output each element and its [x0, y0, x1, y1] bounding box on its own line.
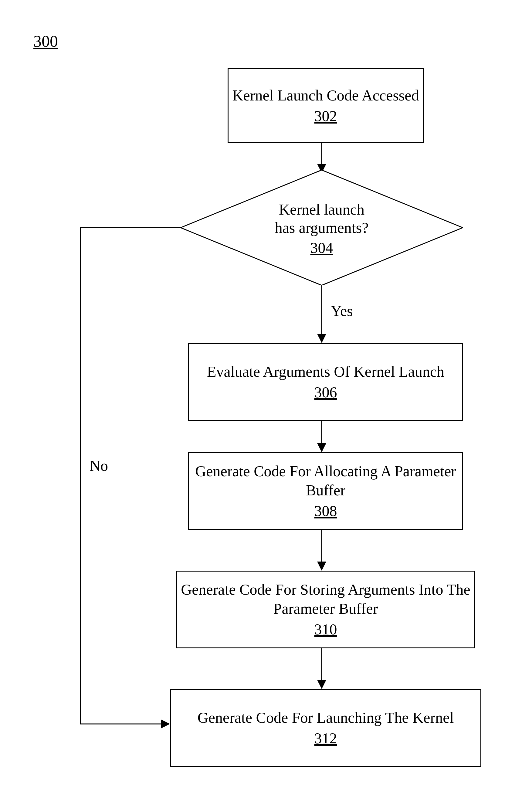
svg-marker-3 [317, 334, 326, 343]
step-310-text: Generate Code For Storing Arguments Into… [180, 580, 471, 618]
svg-marker-5 [317, 443, 326, 452]
label-no: No [90, 457, 108, 474]
step-310: Generate Code For Storing Arguments Into… [176, 571, 475, 648]
step-302-ref: 302 [315, 107, 337, 126]
label-yes: Yes [331, 302, 353, 320]
svg-marker-9 [317, 680, 326, 689]
decision-304-line1: Kernel launch [243, 200, 401, 218]
step-312-text: Generate Code For Launching The Kernel [197, 708, 454, 727]
step-302: Kernel Launch Code Accessed 302 [228, 68, 424, 143]
decision-304-label: Kernel launch has arguments? 304 [243, 200, 401, 257]
svg-marker-7 [317, 562, 326, 571]
svg-marker-10 [161, 719, 170, 728]
step-308-ref: 308 [315, 501, 337, 520]
decision-304-line2: has arguments? [243, 218, 401, 237]
decision-304-ref: 304 [243, 239, 401, 257]
step-306-text: Evaluate Arguments Of Kernel Launch [207, 362, 444, 381]
step-306-ref: 306 [315, 383, 337, 402]
step-302-text: Kernel Launch Code Accessed [232, 86, 419, 105]
step-312: Generate Code For Launching The Kernel 3… [170, 689, 481, 767]
step-312-ref: 312 [315, 729, 337, 748]
step-310-ref: 310 [315, 620, 337, 639]
flowchart-page: 300 Kernel Launch Code Accessed 302 Kern… [0, 0, 532, 798]
step-306: Evaluate Arguments Of Kernel Launch 306 [188, 343, 463, 421]
step-308: Generate Code For Allocating A Parameter… [188, 452, 463, 530]
step-308-text: Generate Code For Allocating A Parameter… [192, 462, 459, 500]
